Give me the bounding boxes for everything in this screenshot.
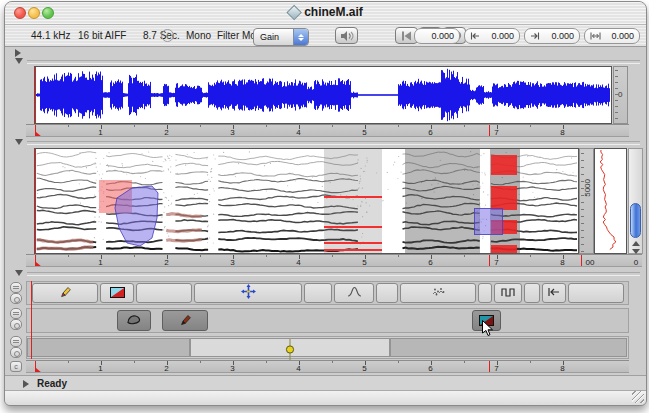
- bit-depth-label: 16 bit AIFF: [78, 30, 126, 41]
- ruler-minor-tick: [266, 361, 267, 363]
- section-divider: [27, 60, 640, 64]
- spectrogram-section-header: [5, 138, 646, 148]
- ruler-tick-label: 6: [428, 128, 432, 137]
- ruler-tick-label: 2: [164, 258, 168, 267]
- tool-block-sqwave[interactable]: [494, 283, 522, 303]
- ruler-tick-label: 8: [560, 258, 564, 267]
- disclosure-down-icon[interactable]: [15, 139, 23, 145]
- ruler-tick-label: 5: [362, 364, 366, 373]
- ruler-minor-tick: [200, 361, 201, 363]
- tool-block-move[interactable]: [194, 283, 302, 303]
- waveform-plot: [35, 67, 611, 123]
- time-display-field[interactable]: 0.000: [414, 28, 460, 44]
- tool-block[interactable]: [304, 283, 332, 303]
- lane-2-button-a[interactable]: [10, 308, 22, 319]
- ruler-tick-label: 3: [230, 258, 234, 267]
- tool-block-scatter[interactable]: [400, 283, 476, 303]
- ruler-tick-label: 4: [296, 364, 300, 373]
- selection-end-field[interactable]: 0.000: [524, 28, 580, 44]
- disclosure-down-icon[interactable]: [15, 270, 23, 276]
- lasso-selection-blue[interactable]: [35, 149, 578, 253]
- titlebar[interactable]: chineM.aif: [5, 2, 646, 25]
- region-bar[interactable]: [27, 338, 190, 357]
- tool-block-bell[interactable]: [334, 283, 374, 303]
- ruler-minor-tick: [530, 125, 531, 127]
- spectrogram-time-ruler[interactable]: 12345678: [26, 254, 579, 267]
- lane-1-button-a[interactable]: [10, 282, 22, 293]
- tool-block-pencil2[interactable]: [162, 310, 208, 331]
- mouse-cursor: [482, 320, 494, 337]
- window-title: chineM.aif: [304, 5, 363, 19]
- ruler-tick-label: 5: [362, 258, 366, 267]
- waveform-time-ruler[interactable]: 12345678: [26, 124, 629, 137]
- ruler-tick-label: 7: [494, 258, 498, 267]
- spectrum-curve: [595, 149, 626, 253]
- region-bar[interactable]: [390, 338, 627, 357]
- ruler-mode-button[interactable]: c: [10, 361, 22, 372]
- tool-block[interactable]: [524, 283, 540, 303]
- audition-button[interactable]: [335, 27, 358, 44]
- lane-3-button-a[interactable]: [10, 336, 22, 347]
- sel-duration-icon: [590, 32, 601, 40]
- skip-to-start-icon: [400, 31, 413, 41]
- breakpoint-node-icon[interactable]: [284, 339, 296, 360]
- lane-3-button-b[interactable]: [10, 347, 22, 358]
- region-bar[interactable]: [190, 338, 390, 357]
- minimize-button[interactable]: [28, 7, 40, 19]
- ruler-tick-label: 6: [428, 364, 432, 373]
- spectrogram-panel[interactable]: [34, 148, 579, 254]
- spectrum-panel[interactable]: [594, 148, 627, 254]
- selection-duration-field[interactable]: 0.000: [584, 28, 640, 44]
- zoom-button[interactable]: [42, 7, 54, 19]
- ruler-tick-label: 5: [362, 128, 366, 137]
- amplitude-zero-label: 0: [618, 90, 622, 99]
- tool-block-wedge[interactable]: [100, 283, 134, 303]
- waveform-playhead[interactable]: [35, 67, 36, 123]
- tool-block[interactable]: [376, 283, 398, 303]
- ruler-minor-tick: [464, 361, 465, 363]
- lane-2-button-b[interactable]: [10, 319, 22, 330]
- edit-marker[interactable]: [489, 361, 490, 373]
- selection-duration-value: 0.000: [611, 31, 634, 41]
- scroll-up-icon[interactable]: [632, 241, 640, 246]
- playhead-triangle-icon: [36, 132, 42, 137]
- close-button[interactable]: [14, 7, 26, 19]
- ruler-tick-label: 4: [296, 258, 300, 267]
- edit-marker[interactable]: [489, 255, 490, 267]
- ruler-tick-label: 4: [296, 128, 300, 137]
- ruler-minor-tick: [134, 125, 135, 127]
- time-display-value: 0.000: [431, 31, 454, 41]
- lane-1-button-b[interactable]: [10, 293, 22, 304]
- vertical-scrollbar[interactable]: [628, 148, 643, 254]
- app-window: chineM.aif 44.1 kHz 16 bit AIFF . 8.7 Se…: [4, 1, 647, 406]
- selection-start-field[interactable]: 0.000: [464, 28, 520, 44]
- tool-lane-1[interactable]: [26, 281, 629, 305]
- tool-lane-2[interactable]: [26, 308, 629, 333]
- tool-block[interactable]: [478, 283, 492, 303]
- filter-mode-popup[interactable]: Gain: [253, 28, 309, 46]
- disclosure-right-icon[interactable]: [15, 49, 21, 57]
- tool-block-pencil[interactable]: [32, 283, 98, 303]
- spectrogram-playhead[interactable]: [35, 149, 36, 253]
- ruler-tick-label: 3: [230, 364, 234, 373]
- tool-block-lasso[interactable]: [117, 310, 151, 331]
- disclosure-down-icon[interactable]: [15, 58, 23, 64]
- tool-block-leftbar[interactable]: [542, 283, 566, 303]
- status-text: Ready: [37, 378, 67, 389]
- region-lane[interactable]: [26, 336, 629, 359]
- rect-selection-blue[interactable]: [474, 208, 503, 235]
- tool-block[interactable]: [568, 283, 624, 303]
- sample-rate-label: 44.1 kHz: [31, 30, 70, 41]
- move-icon: [241, 284, 256, 303]
- lanes-time-ruler[interactable]: 12345678: [26, 360, 629, 373]
- waveform-panel[interactable]: [34, 66, 612, 124]
- tool-block[interactable]: [136, 283, 192, 303]
- window-bottom-band: [5, 390, 646, 405]
- scrollbar-thumb[interactable]: [630, 203, 641, 238]
- resize-grip-icon[interactable]: [632, 391, 644, 403]
- ruler-tick-label: 8: [560, 128, 564, 137]
- edit-marker[interactable]: [489, 125, 490, 137]
- selection-start-value: 0.000: [491, 31, 514, 41]
- status-disclosure-icon[interactable]: [23, 380, 29, 388]
- info-icon[interactable]: i: [161, 29, 174, 42]
